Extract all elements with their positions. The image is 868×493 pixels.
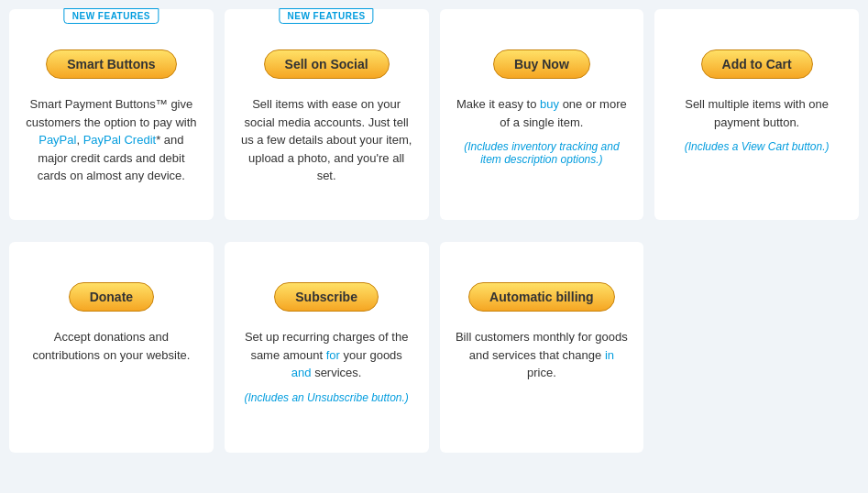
automatic-billing-description: Bill customers monthly for goods and ser… (455, 328, 630, 382)
buy-now-sub-text: (Includes inventory tracking and item de… (455, 140, 630, 166)
card-automatic-billing: Automatic billingBill customers monthly … (440, 242, 644, 453)
donate-button[interactable]: Donate (69, 282, 154, 312)
subscribe-description: Set up recurring charges of the same amo… (239, 328, 414, 382)
new-features-badge: NEW FEATURES (279, 8, 373, 24)
smart-buttons-description: Smart Payment Buttons™ give customers th… (24, 95, 199, 185)
smart-buttons-button[interactable]: Smart Buttons (46, 49, 176, 79)
donate-description: Accept donations and contributions on yo… (24, 328, 199, 364)
subscribe-button[interactable]: Subscribe (274, 282, 379, 312)
empty-cell (654, 242, 859, 453)
buy-now-description: Make it easy to buy one or more of a sin… (455, 95, 630, 131)
card-buy-now: Buy NowMake it easy to buy one or more o… (440, 9, 644, 220)
card-subscribe: SubscribeSet up recurring charges of the… (225, 242, 429, 453)
new-features-badge: NEW FEATURES (64, 8, 159, 24)
card-add-to-cart: Add to CartSell multiple items with one … (654, 9, 859, 220)
card-sell-on-social: NEW FEATURESSell on SocialSell items wit… (225, 9, 429, 220)
card-grid-row2: DonateAccept donations and contributions… (9, 242, 859, 453)
card-smart-buttons: NEW FEATURESSmart ButtonsSmart Payment B… (9, 9, 214, 220)
card-donate: DonateAccept donations and contributions… (9, 242, 214, 453)
add-to-cart-description: Sell multiple items with one payment but… (669, 95, 844, 131)
add-to-cart-sub-text: (Includes a View Cart button.) (685, 140, 830, 153)
automatic-billing-button[interactable]: Automatic billing (468, 282, 615, 312)
sell-on-social-description: Sell items with ease on your social medi… (239, 95, 414, 185)
sell-on-social-button[interactable]: Sell on Social (264, 49, 390, 79)
add-to-cart-button[interactable]: Add to Cart (701, 49, 813, 79)
card-grid-row1: NEW FEATURESSmart ButtonsSmart Payment B… (9, 9, 859, 231)
buy-now-button[interactable]: Buy Now (493, 49, 590, 79)
subscribe-sub-text: (Includes an Unsubscribe button.) (244, 391, 408, 404)
